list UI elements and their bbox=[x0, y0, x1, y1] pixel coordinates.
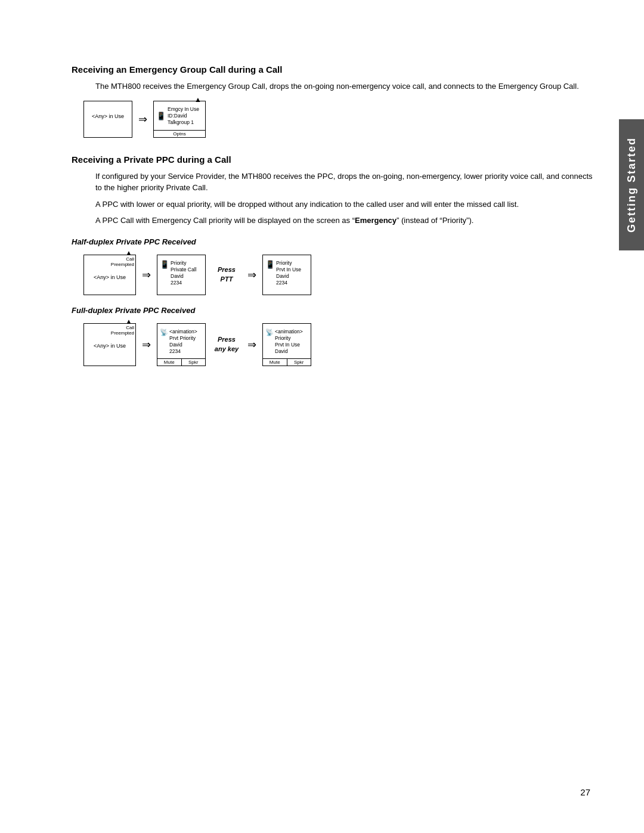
sub2-arrow2: ⇒ bbox=[247, 338, 256, 351]
section2-heading: Receiving a Private PPC during a Call bbox=[72, 154, 596, 165]
sub1-box2: 📱 Priority Private Call David 2234 bbox=[157, 255, 206, 295]
sub2-arrow1: ⇒ bbox=[142, 338, 151, 351]
sub1-arrow1: ⇒ bbox=[142, 268, 151, 281]
section1-box1: <Any> in Use bbox=[83, 101, 132, 138]
section1-box2: ▲ 📱 Emgcy In Use ID:David Talkgroup 1 Op… bbox=[153, 101, 206, 138]
section1-diagram: <Any> in Use ⇒ ▲ 📱 Emgcy In Use ID:David… bbox=[83, 101, 596, 138]
section1-heading: Receiving an Emergency Group Call during… bbox=[72, 64, 596, 75]
sub1-box1: ▲ CallPreempted <Any> in Use bbox=[83, 255, 136, 295]
sub1-box3: 📱 Priority Prvt In Use David 2234 bbox=[262, 255, 311, 295]
sub2-box3: 📡 <animation> Priority Prvt In Use David… bbox=[262, 323, 311, 366]
sub2-press-label: Press any key bbox=[212, 335, 242, 354]
sub1-diagram: ▲ CallPreempted <Any> in Use ⇒ 📱 Priorit… bbox=[83, 255, 596, 295]
page-number: 27 bbox=[580, 787, 590, 797]
sub1-press-label: Press PTT bbox=[212, 265, 242, 284]
section1-body: The MTH800 receives the Emergency Group … bbox=[95, 80, 596, 92]
sub1-arrow2: ⇒ bbox=[247, 268, 256, 281]
sub1-heading: Half-duplex Private PPC Received bbox=[72, 237, 596, 246]
sub2-heading: Full-duplex Private PPC Received bbox=[72, 306, 596, 315]
sub2-box1: ▲ CallPreempted <Any> in Use bbox=[83, 323, 136, 366]
section2-body1: If configured by your Service Provider, … bbox=[95, 171, 596, 194]
sub2-diagram: ▲ CallPreempted <Any> in Use ⇒ 📡 <animat… bbox=[83, 323, 596, 366]
sub2-box2: 📡 <animation> Prvt Priority David 2234 M… bbox=[157, 323, 206, 366]
section1-arrow: ⇒ bbox=[138, 113, 147, 126]
section2-body2: A PPC with lower or equal priority, will… bbox=[95, 199, 596, 210]
section2-body3: A PPC Call with Emergency Call priority … bbox=[95, 215, 596, 227]
